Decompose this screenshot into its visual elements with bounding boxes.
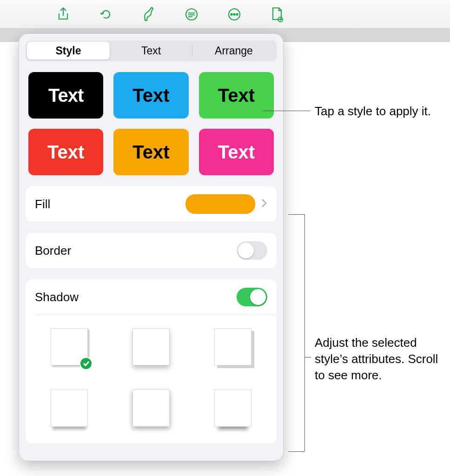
callout-leader (263, 111, 310, 111)
shadow-option-3[interactable] (212, 325, 254, 368)
swatch-label: Text (218, 142, 255, 163)
swatch-label: Text (132, 85, 169, 106)
shadow-label: Shadow (35, 290, 79, 304)
shadow-toggle[interactable] (237, 288, 267, 306)
style-swatch-black[interactable]: Text (28, 72, 103, 119)
tab-arrange[interactable]: Arrange (192, 42, 275, 60)
tab-style-label: Style (56, 45, 81, 57)
shadow-option-5[interactable] (130, 387, 172, 430)
callout-bracket-v (304, 214, 305, 451)
top-toolbar (0, 0, 450, 29)
svg-point-3 (233, 13, 235, 15)
fill-group: Fill (26, 186, 277, 222)
border-row: Border (26, 233, 277, 268)
share-icon[interactable] (52, 3, 74, 26)
swatch-label: Text (218, 85, 255, 106)
style-swatches: Text Text Text Text Text Text (26, 72, 277, 175)
callout-bracket-top (288, 214, 304, 215)
style-swatch-orange[interactable]: Text (113, 129, 188, 175)
style-swatch-red[interactable]: Text (28, 129, 103, 175)
document-icon[interactable] (266, 3, 288, 26)
style-swatch-pink[interactable]: Text (199, 129, 274, 175)
fill-color-chip[interactable] (185, 194, 255, 214)
svg-point-4 (236, 13, 238, 15)
swatch-label: Text (48, 85, 83, 106)
shadow-option-2[interactable] (130, 325, 172, 368)
tab-style[interactable]: Style (27, 42, 110, 60)
tab-text[interactable]: Text (110, 42, 192, 60)
border-label: Border (35, 244, 71, 258)
svg-point-2 (231, 13, 232, 15)
style-swatch-green[interactable]: Text (199, 72, 274, 119)
fill-row[interactable]: Fill (26, 186, 277, 222)
more-icon[interactable] (223, 3, 245, 26)
undo-icon[interactable] (95, 3, 117, 26)
svg-point-6 (279, 19, 281, 20)
shadow-options (26, 315, 277, 443)
shadow-row: Shadow (26, 279, 277, 315)
style-swatch-blue[interactable]: Text (113, 72, 188, 119)
format-brush-icon[interactable] (138, 3, 160, 26)
shadow-option-1[interactable] (48, 325, 91, 368)
tab-text-label: Text (141, 45, 161, 57)
chevron-right-icon (261, 197, 267, 212)
border-toggle[interactable] (237, 241, 267, 260)
callout-bracket-stub (304, 357, 311, 357)
format-popover: Style Text Arrange Text Text Text Text T… (19, 33, 284, 461)
format-tabs: Style Text Arrange (26, 40, 277, 61)
callout-adjust: Adjust the selected style’s attributes. … (315, 335, 445, 383)
swatch-label: Text (132, 142, 169, 163)
swatch-label: Text (47, 142, 84, 163)
fill-label: Fill (35, 197, 50, 212)
border-group: Border (26, 233, 277, 268)
shadow-option-6[interactable] (212, 387, 254, 430)
insert-icon[interactable] (180, 3, 203, 26)
tab-arrange-label: Arrange (215, 45, 253, 57)
shadow-group: Shadow (26, 279, 277, 443)
callout-tap-style: Tap a style to apply it. (315, 103, 431, 119)
callout-bracket-bottom (288, 451, 304, 452)
shadow-option-4[interactable] (48, 387, 91, 430)
checkmark-icon (79, 357, 93, 370)
